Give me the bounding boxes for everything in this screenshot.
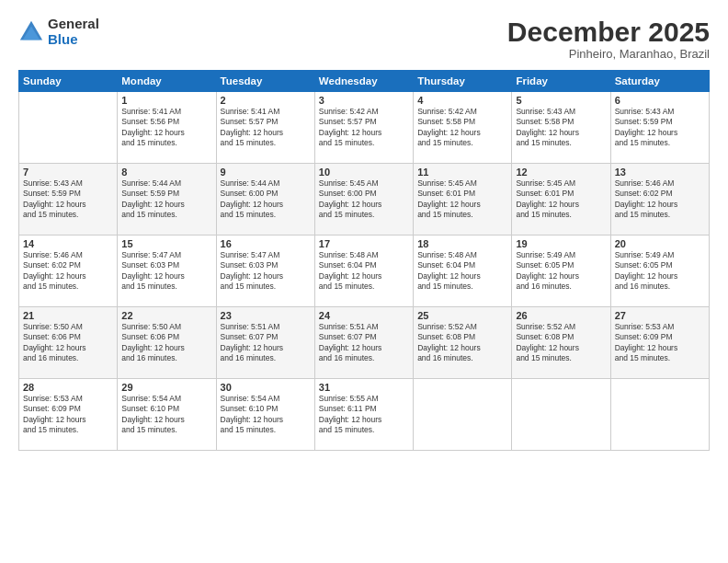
logo-icon (18, 19, 44, 45)
day-cell: 29Sunrise: 5:54 AM Sunset: 6:10 PM Dayli… (118, 379, 216, 451)
day-info: Sunrise: 5:47 AM Sunset: 6:03 PM Dayligh… (221, 250, 311, 293)
day-info: Sunrise: 5:43 AM Sunset: 5:59 PM Dayligh… (615, 107, 705, 149)
day-info: Sunrise: 5:51 AM Sunset: 6:07 PM Dayligh… (221, 322, 311, 364)
day-number: 28 (23, 382, 113, 393)
week-row-3: 21Sunrise: 5:50 AM Sunset: 6:06 PM Dayli… (19, 307, 710, 379)
day-cell: 28Sunrise: 5:53 AM Sunset: 6:09 PM Dayli… (19, 379, 118, 451)
day-cell: 9Sunrise: 5:44 AM Sunset: 6:00 PM Daylig… (216, 164, 314, 236)
day-number: 13 (615, 167, 705, 178)
day-cell (19, 92, 118, 164)
day-info: Sunrise: 5:52 AM Sunset: 6:08 PM Dayligh… (516, 322, 606, 364)
day-cell: 31Sunrise: 5:55 AM Sunset: 6:11 PM Dayli… (314, 379, 413, 451)
header-friday: Friday (512, 71, 610, 92)
day-info: Sunrise: 5:43 AM Sunset: 5:58 PM Dayligh… (516, 107, 606, 149)
day-cell: 27Sunrise: 5:53 AM Sunset: 6:09 PM Dayli… (610, 307, 709, 379)
day-number: 3 (319, 95, 409, 106)
day-number: 15 (121, 238, 211, 249)
week-row-1: 7Sunrise: 5:43 AM Sunset: 5:59 PM Daylig… (19, 164, 710, 236)
day-info: Sunrise: 5:48 AM Sunset: 6:04 PM Dayligh… (417, 250, 507, 293)
day-cell: 3Sunrise: 5:42 AM Sunset: 5:57 PM Daylig… (314, 92, 413, 164)
day-cell: 14Sunrise: 5:46 AM Sunset: 6:02 PM Dayli… (19, 236, 118, 307)
day-info: Sunrise: 5:42 AM Sunset: 5:58 PM Dayligh… (417, 107, 507, 149)
day-cell: 30Sunrise: 5:54 AM Sunset: 6:10 PM Dayli… (216, 379, 314, 451)
header-monday: Monday (118, 71, 216, 92)
day-cell: 23Sunrise: 5:51 AM Sunset: 6:07 PM Dayli… (216, 307, 314, 379)
day-number: 16 (221, 238, 311, 249)
day-cell: 24Sunrise: 5:51 AM Sunset: 6:07 PM Dayli… (314, 307, 413, 379)
day-number: 11 (417, 167, 507, 178)
day-number: 9 (221, 167, 311, 178)
day-number: 27 (615, 310, 705, 321)
day-number: 18 (417, 238, 507, 249)
day-number: 5 (516, 95, 606, 106)
header-row: Sunday Monday Tuesday Wednesday Thursday… (19, 71, 710, 92)
day-info: Sunrise: 5:49 AM Sunset: 6:05 PM Dayligh… (615, 250, 705, 293)
day-info: Sunrise: 5:51 AM Sunset: 6:07 PM Dayligh… (319, 322, 409, 364)
day-info: Sunrise: 5:41 AM Sunset: 5:56 PM Dayligh… (121, 107, 211, 149)
day-info: Sunrise: 5:53 AM Sunset: 6:09 PM Dayligh… (23, 394, 113, 436)
day-info: Sunrise: 5:52 AM Sunset: 6:08 PM Dayligh… (417, 322, 507, 364)
day-number: 7 (23, 167, 113, 178)
day-number: 6 (615, 95, 705, 106)
day-cell: 10Sunrise: 5:45 AM Sunset: 6:00 PM Dayli… (314, 164, 413, 236)
day-number: 14 (23, 238, 113, 249)
day-info: Sunrise: 5:49 AM Sunset: 6:05 PM Dayligh… (516, 250, 606, 293)
day-cell (414, 379, 512, 451)
month-title: December 2025 (507, 17, 710, 47)
logo-text: General Blue (48, 17, 99, 47)
day-cell: 17Sunrise: 5:48 AM Sunset: 6:04 PM Dayli… (314, 236, 413, 307)
day-info: Sunrise: 5:46 AM Sunset: 6:02 PM Dayligh… (615, 178, 705, 221)
day-cell: 18Sunrise: 5:48 AM Sunset: 6:04 PM Dayli… (414, 236, 512, 307)
day-info: Sunrise: 5:53 AM Sunset: 6:09 PM Dayligh… (615, 322, 705, 364)
day-number: 20 (615, 238, 705, 249)
day-number: 31 (319, 382, 409, 393)
title-block: December 2025 Pinheiro, Maranhao, Brazil (507, 17, 710, 61)
day-cell (610, 379, 709, 451)
header-tuesday: Tuesday (216, 71, 314, 92)
logo-general: General (48, 17, 99, 32)
day-info: Sunrise: 5:44 AM Sunset: 5:59 PM Dayligh… (121, 178, 211, 221)
day-cell: 5Sunrise: 5:43 AM Sunset: 5:58 PM Daylig… (512, 92, 610, 164)
header-saturday: Saturday (610, 71, 709, 92)
day-info: Sunrise: 5:45 AM Sunset: 6:01 PM Dayligh… (516, 178, 606, 221)
day-cell (512, 379, 610, 451)
day-info: Sunrise: 5:54 AM Sunset: 6:10 PM Dayligh… (121, 394, 211, 436)
header-thursday: Thursday (414, 71, 512, 92)
day-info: Sunrise: 5:55 AM Sunset: 6:11 PM Dayligh… (319, 394, 409, 436)
day-number: 25 (417, 310, 507, 321)
day-number: 29 (121, 382, 211, 393)
day-number: 1 (121, 95, 211, 106)
day-cell: 1Sunrise: 5:41 AM Sunset: 5:56 PM Daylig… (118, 92, 216, 164)
day-number: 23 (221, 310, 311, 321)
day-cell: 26Sunrise: 5:52 AM Sunset: 6:08 PM Dayli… (512, 307, 610, 379)
day-number: 19 (516, 238, 606, 249)
day-info: Sunrise: 5:46 AM Sunset: 6:02 PM Dayligh… (23, 250, 113, 293)
day-info: Sunrise: 5:54 AM Sunset: 6:10 PM Dayligh… (221, 394, 311, 436)
day-number: 17 (319, 238, 409, 249)
day-cell: 12Sunrise: 5:45 AM Sunset: 6:01 PM Dayli… (512, 164, 610, 236)
day-number: 30 (221, 382, 311, 393)
header-wednesday: Wednesday (314, 71, 413, 92)
day-info: Sunrise: 5:50 AM Sunset: 6:06 PM Dayligh… (121, 322, 211, 364)
day-cell: 8Sunrise: 5:44 AM Sunset: 5:59 PM Daylig… (118, 164, 216, 236)
day-number: 24 (319, 310, 409, 321)
day-cell: 2Sunrise: 5:41 AM Sunset: 5:57 PM Daylig… (216, 92, 314, 164)
day-info: Sunrise: 5:43 AM Sunset: 5:59 PM Dayligh… (23, 178, 113, 221)
day-number: 21 (23, 310, 113, 321)
day-info: Sunrise: 5:45 AM Sunset: 6:00 PM Dayligh… (319, 178, 409, 221)
week-row-4: 28Sunrise: 5:53 AM Sunset: 6:09 PM Dayli… (19, 379, 710, 451)
day-cell: 6Sunrise: 5:43 AM Sunset: 5:59 PM Daylig… (610, 92, 709, 164)
day-info: Sunrise: 5:44 AM Sunset: 6:00 PM Dayligh… (221, 178, 311, 221)
day-number: 22 (121, 310, 211, 321)
day-info: Sunrise: 5:47 AM Sunset: 6:03 PM Dayligh… (121, 250, 211, 293)
day-number: 2 (221, 95, 311, 106)
page: General Blue December 2025 Pinheiro, Mar… (0, 0, 728, 563)
day-number: 10 (319, 167, 409, 178)
logo: General Blue (18, 17, 99, 47)
day-info: Sunrise: 5:45 AM Sunset: 6:01 PM Dayligh… (417, 178, 507, 221)
day-cell: 16Sunrise: 5:47 AM Sunset: 6:03 PM Dayli… (216, 236, 314, 307)
day-cell: 15Sunrise: 5:47 AM Sunset: 6:03 PM Dayli… (118, 236, 216, 307)
day-number: 12 (516, 167, 606, 178)
header: General Blue December 2025 Pinheiro, Mar… (18, 17, 710, 61)
day-number: 26 (516, 310, 606, 321)
